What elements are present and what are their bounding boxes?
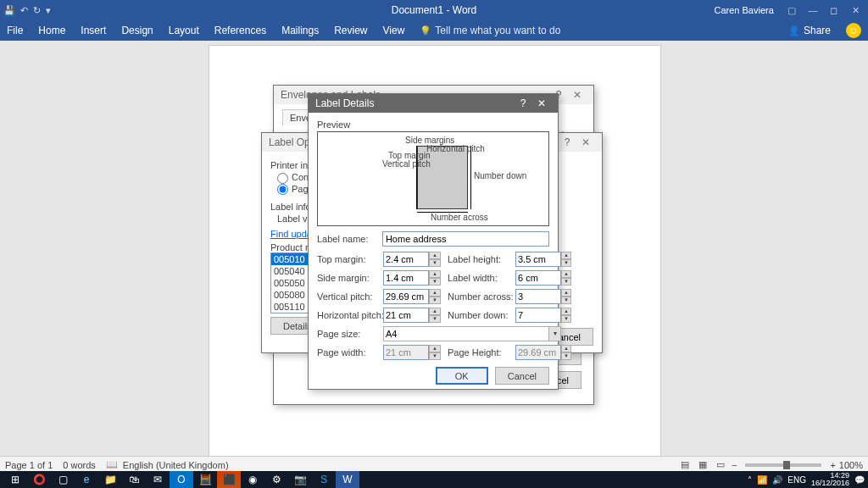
tab-design[interactable]: Design bbox=[121, 25, 153, 36]
spin-down-icon[interactable]: ▼ bbox=[429, 278, 441, 286]
tab-home[interactable]: Home bbox=[38, 25, 65, 36]
tray-chevron-icon[interactable]: ˄ bbox=[748, 475, 752, 485]
office-icon[interactable]: ⬛ bbox=[217, 471, 241, 488]
keyboard-language[interactable]: ENG bbox=[787, 475, 806, 485]
chrome-icon[interactable]: ◉ bbox=[241, 471, 264, 488]
spin-down-icon[interactable]: ▼ bbox=[561, 315, 571, 323]
zoom-in-icon[interactable]: + bbox=[830, 460, 835, 470]
cancel-button[interactable]: Cancel bbox=[495, 367, 549, 385]
continuous-feed-radio[interactable] bbox=[277, 173, 288, 184]
spin-up-icon[interactable]: ▲ bbox=[561, 252, 571, 259]
number-down-input[interactable] bbox=[515, 308, 561, 323]
web-layout-icon[interactable]: ▭ bbox=[713, 459, 728, 470]
cortana-icon[interactable]: ⭕ bbox=[27, 471, 51, 488]
preview-number-down: Number down bbox=[474, 171, 526, 180]
label-width-input[interactable] bbox=[515, 270, 561, 286]
list-item[interactable]: 005080 bbox=[271, 289, 309, 301]
page-printers-radio[interactable] bbox=[277, 184, 288, 195]
spin-up-icon[interactable]: ▲ bbox=[561, 289, 571, 297]
zoom-out-icon[interactable]: − bbox=[732, 460, 737, 470]
minimize-icon[interactable]: — bbox=[804, 5, 822, 15]
action-center-icon[interactable]: 💬 bbox=[854, 475, 865, 485]
maximize-icon[interactable]: ◻ bbox=[825, 5, 843, 16]
horizontal-pitch-input[interactable] bbox=[383, 308, 429, 323]
spin-up-icon[interactable]: ▲ bbox=[429, 289, 441, 297]
close-icon[interactable]: ✕ bbox=[532, 97, 551, 109]
redo-icon[interactable]: ↻ bbox=[33, 5, 41, 16]
print-layout-icon[interactable]: ▦ bbox=[695, 459, 710, 470]
preview-number-across: Number across bbox=[431, 213, 488, 222]
tab-review[interactable]: Review bbox=[334, 25, 367, 36]
tab-references[interactable]: References bbox=[214, 25, 266, 36]
undo-icon[interactable]: ↶ bbox=[20, 5, 28, 16]
tab-layout[interactable]: Layout bbox=[169, 25, 199, 36]
list-item[interactable]: 005050 bbox=[271, 277, 309, 289]
product-number-listbox[interactable]: 005010 005040 005050 005080 005110 00512… bbox=[270, 252, 310, 313]
share-button[interactable]: Share bbox=[788, 25, 831, 36]
calculator-icon[interactable]: 🧮 bbox=[193, 471, 217, 488]
language-indicator[interactable]: English (United Kingdom) bbox=[123, 460, 229, 470]
list-item[interactable]: 005110 bbox=[271, 301, 309, 313]
list-item[interactable]: 005120 bbox=[271, 313, 309, 313]
list-item[interactable]: 005010 bbox=[271, 253, 309, 265]
word-count[interactable]: 0 words bbox=[63, 460, 96, 470]
user-name[interactable]: Caren Baviera bbox=[714, 5, 773, 15]
document-area: Envelopes and Labels ? ✕ Envelopes Addre… bbox=[0, 41, 868, 473]
tell-me-search[interactable]: Tell me what you want to do bbox=[420, 25, 560, 36]
tab-view[interactable]: View bbox=[383, 25, 405, 36]
help-icon[interactable]: ? bbox=[514, 97, 532, 109]
spin-up-icon[interactable]: ▲ bbox=[429, 308, 441, 315]
side-margin-input[interactable] bbox=[383, 270, 429, 286]
spin-up-icon[interactable]: ▲ bbox=[429, 270, 441, 278]
close-icon[interactable]: ✕ bbox=[576, 136, 595, 148]
task-view-icon[interactable]: ▢ bbox=[51, 471, 75, 488]
spin-up-icon[interactable]: ▲ bbox=[429, 252, 441, 259]
spin-down-icon[interactable]: ▼ bbox=[429, 297, 441, 304]
zoom-level[interactable]: 100% bbox=[839, 460, 863, 470]
spin-down-icon[interactable]: ▼ bbox=[561, 259, 571, 267]
spin-up-icon[interactable]: ▲ bbox=[561, 270, 571, 278]
label-name-input[interactable] bbox=[382, 231, 549, 247]
word-icon[interactable]: W bbox=[336, 471, 359, 488]
spin-up-icon[interactable]: ▲ bbox=[561, 308, 571, 315]
zoom-slider[interactable] bbox=[745, 463, 821, 467]
close-icon[interactable]: ✕ bbox=[568, 89, 587, 101]
settings-icon[interactable]: ⚙ bbox=[264, 471, 288, 488]
chevron-down-icon[interactable]: ▾ bbox=[549, 326, 561, 341]
edge-icon[interactable]: e bbox=[75, 471, 98, 488]
page-indicator[interactable]: Page 1 of 1 bbox=[5, 460, 53, 470]
start-button[interactable]: ⊞ bbox=[3, 471, 27, 488]
skype-icon[interactable]: S bbox=[312, 471, 336, 488]
vertical-pitch-input[interactable] bbox=[383, 289, 429, 304]
ok-button[interactable]: OK bbox=[436, 367, 488, 385]
tab-insert[interactable]: Insert bbox=[81, 25, 106, 36]
mail-icon[interactable]: ✉ bbox=[146, 471, 170, 488]
spin-up-icon: ▲ bbox=[561, 345, 571, 352]
wifi-icon[interactable]: 📶 bbox=[757, 475, 767, 485]
save-icon[interactable]: 💾 bbox=[3, 5, 15, 16]
spin-down-icon[interactable]: ▼ bbox=[429, 315, 441, 323]
spin-down-icon[interactable]: ▼ bbox=[429, 259, 441, 267]
help-icon[interactable]: ? bbox=[558, 136, 576, 148]
label-height-input[interactable] bbox=[515, 252, 561, 267]
titlebar: 💾 ↶ ↻ ▾ Document1 - Word Caren Baviera ▢… bbox=[0, 0, 868, 20]
tab-mailings[interactable]: Mailings bbox=[281, 25, 319, 36]
clock[interactable]: 14:29 16/12/2016 bbox=[811, 472, 849, 487]
outlook-icon[interactable]: O bbox=[170, 471, 193, 488]
number-across-input[interactable] bbox=[515, 289, 561, 304]
qat-customize-icon[interactable]: ▾ bbox=[46, 5, 51, 16]
ribbon-display-icon[interactable]: ▢ bbox=[782, 5, 801, 16]
spin-down-icon[interactable]: ▼ bbox=[561, 278, 571, 286]
camera-icon[interactable]: 📷 bbox=[288, 471, 312, 488]
file-explorer-icon[interactable]: 📁 bbox=[98, 471, 122, 488]
volume-icon[interactable]: 🔊 bbox=[772, 475, 782, 485]
feedback-icon[interactable]: ☺ bbox=[846, 23, 861, 38]
top-margin-input[interactable] bbox=[383, 252, 429, 267]
tab-file[interactable]: File bbox=[7, 25, 23, 36]
close-icon[interactable]: ✕ bbox=[846, 5, 865, 16]
store-icon[interactable]: 🛍 bbox=[122, 471, 146, 488]
spin-down-icon[interactable]: ▼ bbox=[561, 297, 571, 304]
page-size-combo[interactable] bbox=[383, 326, 549, 341]
list-item[interactable]: 005040 bbox=[271, 265, 309, 277]
read-mode-icon[interactable]: ▤ bbox=[677, 459, 693, 470]
